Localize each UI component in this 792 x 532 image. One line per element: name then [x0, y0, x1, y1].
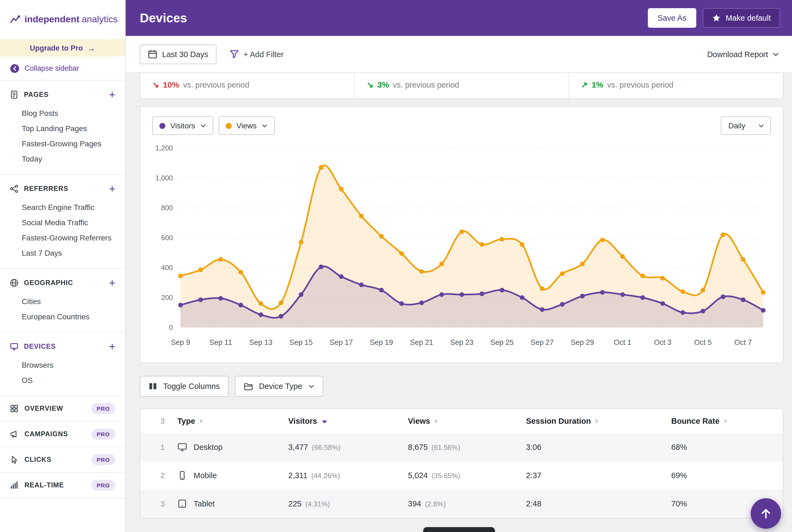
- column-header-session-duration[interactable]: Session Duration: [526, 417, 671, 425]
- upgrade-to-pro-banner[interactable]: Upgrade to Pro →: [0, 39, 125, 57]
- sidebar-item-blog-posts[interactable]: Blog Posts: [0, 106, 125, 121]
- sidebar-item-campaigns[interactable]: CAMPAIGNS PRO: [0, 422, 125, 447]
- pro-badge: PRO: [91, 403, 115, 414]
- sidebar-item-today[interactable]: Today: [0, 151, 125, 167]
- row-number: 3: [148, 500, 177, 508]
- sidebar-item-fastest-growing-pages[interactable]: Fastest-Growing Pages: [0, 136, 125, 151]
- visitors-value: 3,477: [288, 443, 308, 452]
- views-pct: (2.8%): [425, 500, 446, 508]
- bounce-rate-value: 69%: [671, 471, 687, 480]
- stat-change-label: vs. previous period: [393, 80, 459, 89]
- add-referrers-report-button[interactable]: +: [109, 185, 115, 193]
- folder-icon: [244, 382, 253, 391]
- series-views-selector[interactable]: Views: [218, 116, 274, 135]
- megaphone-icon: [10, 430, 19, 438]
- column-header-type[interactable]: Type: [177, 417, 288, 425]
- visitors-pct: (4.31%): [305, 500, 330, 508]
- sidebar-item-clicks[interactable]: CLICKS PRO: [0, 447, 125, 473]
- sidebar-section-devices: DEVICES + Browsers OS: [0, 332, 125, 396]
- globe-icon: [10, 279, 19, 287]
- table-row-tablet[interactable]: 3 Tablet 225(4.31%) 394(2.8%) 2:48 70%: [140, 490, 783, 518]
- make-default-label: Make default: [726, 14, 771, 22]
- geographic-section-header: GEOGRAPHIC +: [0, 276, 125, 289]
- chevron-down-icon: [758, 124, 764, 128]
- sidebar-item-overview[interactable]: OVERVIEW PRO: [0, 396, 125, 422]
- svg-text:400: 400: [161, 264, 173, 272]
- traffic-chart[interactable]: 02004006008001,0001,200Sep 9Sep 11Sep 13…: [152, 138, 771, 356]
- date-range-button[interactable]: Last 30 Days: [140, 44, 216, 64]
- column-header-bounce-rate[interactable]: Bounce Rate: [671, 417, 783, 425]
- sort-desc-icon: [322, 417, 327, 425]
- views-column-label: Views: [408, 417, 430, 425]
- sidebar-item-browsers[interactable]: Browsers: [0, 357, 125, 373]
- brand-logo: independentanalytics: [0, 0, 125, 39]
- visitors-column-label: Visitors: [288, 417, 317, 425]
- svg-text:Sep 27: Sep 27: [530, 338, 554, 346]
- add-filter-button[interactable]: + Add Filter: [229, 50, 284, 59]
- brand-name: independentanalytics: [24, 14, 117, 25]
- scroll-to-top-button[interactable]: [751, 498, 781, 529]
- cursor-icon: [10, 455, 19, 464]
- sort-idle-icon: [434, 417, 439, 425]
- referrers-section-label: REFERRERS: [24, 185, 104, 193]
- sidebar-item-european-countries[interactable]: European Countries: [0, 309, 125, 324]
- add-geographic-report-button[interactable]: +: [109, 279, 115, 287]
- sidebar-item-fastest-growing-referrers[interactable]: Fastest-Growing Referrers: [0, 230, 125, 245]
- table-row-desktop[interactable]: 1 Desktop 3,477(66.58%) 8,675(61.56%) 3:…: [140, 433, 783, 461]
- sidebar-item-social-media-traffic[interactable]: Social Media Traffic: [0, 215, 125, 230]
- save-as-button[interactable]: Save As: [648, 8, 696, 28]
- svg-text:1,200: 1,200: [155, 144, 173, 152]
- chevron-down-icon: [772, 52, 779, 56]
- views-pct: (61.56%): [432, 443, 461, 452]
- stats-row: ↘ 10% vs. previous period ↘ 3% vs. previ…: [140, 73, 783, 99]
- stat-change-value: 10%: [163, 80, 179, 89]
- svg-text:Sep 15: Sep 15: [289, 338, 312, 346]
- svg-text:Sep 9: Sep 9: [171, 338, 190, 346]
- overview-label: OVERVIEW: [24, 405, 85, 412]
- stat-change-value: 3%: [377, 80, 389, 89]
- bottom-scroll-pill[interactable]: [423, 527, 495, 532]
- session-duration-value: 2:37: [526, 471, 541, 480]
- device-type-value: Mobile: [194, 471, 217, 480]
- session-column-label: Session Duration: [526, 417, 591, 425]
- device-type-button[interactable]: Device Type: [235, 376, 323, 397]
- app-root: independentanalytics Upgrade to Pro → Co…: [0, 0, 792, 532]
- stat-change-label: vs. previous period: [607, 80, 673, 89]
- sidebar-item-top-landing-pages[interactable]: Top Landing Pages: [0, 121, 125, 136]
- brand-chart-icon: [10, 14, 21, 25]
- add-devices-report-button[interactable]: +: [109, 342, 115, 351]
- sidebar-item-real-time[interactable]: REAL-TIME PRO: [0, 473, 125, 498]
- column-header-visitors[interactable]: Visitors: [288, 417, 408, 425]
- sidebar-item-last-7-days[interactable]: Last 7 Days: [0, 245, 125, 261]
- collapse-label: Collapse sidebar: [24, 64, 79, 72]
- stat-views-change: ↘ 3% vs. previous period: [354, 73, 568, 98]
- pro-badge: PRO: [91, 480, 115, 491]
- svg-text:Sep 13: Sep 13: [249, 338, 272, 346]
- trend-up-icon: ↗: [581, 80, 588, 90]
- mobile-icon: [177, 471, 187, 480]
- chevron-down-icon: [308, 384, 314, 388]
- visitors-pct: (44.26%): [311, 472, 340, 480]
- sidebar-item-os[interactable]: OS: [0, 373, 125, 388]
- bounce-rate-value: 68%: [671, 443, 687, 452]
- sidebar-item-search-engine-traffic[interactable]: Search Engine Traffic: [0, 200, 125, 215]
- table-toolbar: Toggle Columns Device Type: [140, 376, 783, 397]
- svg-text:Sep 29: Sep 29: [571, 338, 594, 346]
- series-visitors-selector[interactable]: Visitors: [152, 116, 213, 135]
- sidebar-item-cities[interactable]: Cities: [0, 294, 125, 309]
- interval-select[interactable]: Daily: [721, 116, 771, 135]
- visitors-series-label: Visitors: [170, 121, 195, 130]
- add-pages-report-button[interactable]: +: [109, 90, 115, 99]
- svg-text:Sep 23: Sep 23: [450, 338, 473, 346]
- add-filter-label: + Add Filter: [244, 50, 284, 58]
- svg-text:600: 600: [161, 234, 173, 242]
- toggle-columns-button[interactable]: Toggle Columns: [140, 376, 229, 397]
- column-header-views[interactable]: Views: [408, 417, 526, 425]
- make-default-button[interactable]: Make default: [703, 8, 780, 28]
- toggle-columns-label: Toggle Columns: [163, 382, 220, 391]
- download-report-button[interactable]: Download Report: [707, 50, 779, 58]
- upgrade-label: Upgrade to Pro: [30, 44, 83, 52]
- collapse-sidebar-button[interactable]: Collapse sidebar: [0, 57, 125, 80]
- row-number: 2: [148, 471, 177, 479]
- table-row-mobile[interactable]: 2 Mobile 2,311(44.26%) 5,024(35.65%) 2:3…: [140, 461, 783, 490]
